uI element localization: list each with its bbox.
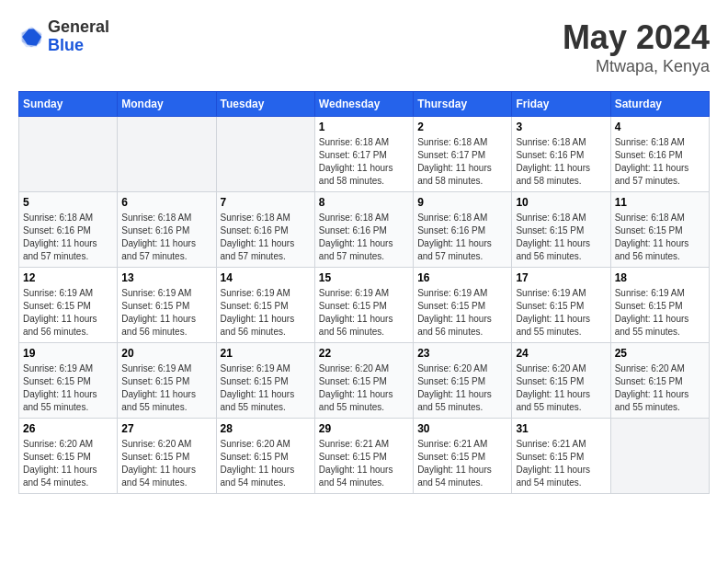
- day-number: 3: [516, 121, 606, 133]
- calendar-week-row: 1Sunrise: 6:18 AMSunset: 6:17 PMDaylight…: [19, 117, 710, 192]
- day-number: 2: [417, 121, 507, 133]
- logo-text: General Blue: [48, 18, 109, 55]
- calendar-cell: 30Sunrise: 6:21 AMSunset: 6:15 PMDayligh…: [414, 419, 512, 494]
- calendar-cell: [216, 117, 314, 192]
- day-info: Sunrise: 6:18 AMSunset: 6:15 PMDaylight:…: [615, 212, 705, 263]
- day-info: Sunrise: 6:21 AMSunset: 6:15 PMDaylight:…: [516, 438, 606, 489]
- calendar-week-row: 12Sunrise: 6:19 AMSunset: 6:15 PMDayligh…: [19, 268, 710, 343]
- day-number: 15: [319, 271, 409, 284]
- weekday-header: Thursday: [414, 92, 512, 117]
- logo-general: General: [48, 18, 109, 37]
- day-number: 13: [121, 271, 211, 284]
- day-info: Sunrise: 6:20 AMSunset: 6:15 PMDaylight:…: [23, 438, 113, 489]
- calendar-cell: 2Sunrise: 6:18 AMSunset: 6:17 PMDaylight…: [414, 117, 512, 192]
- day-info: Sunrise: 6:20 AMSunset: 6:15 PMDaylight:…: [221, 438, 311, 489]
- calendar-cell: 23Sunrise: 6:20 AMSunset: 6:15 PMDayligh…: [414, 343, 512, 419]
- day-number: 31: [516, 422, 606, 435]
- day-info: Sunrise: 6:20 AMSunset: 6:15 PMDaylight:…: [516, 362, 606, 414]
- weekday-header: Friday: [512, 92, 610, 117]
- calendar-table: SundayMondayTuesdayWednesdayThursdayFrid…: [18, 91, 710, 494]
- day-number: 28: [221, 422, 311, 435]
- day-info: Sunrise: 6:20 AMSunset: 6:15 PMDaylight:…: [615, 362, 705, 414]
- day-number: 1: [319, 121, 409, 133]
- calendar-cell: 26Sunrise: 6:20 AMSunset: 6:15 PMDayligh…: [19, 419, 118, 494]
- calendar-cell: 6Sunrise: 6:18 AMSunset: 6:16 PMDaylight…: [118, 192, 216, 268]
- calendar-title: May 2024: [563, 18, 710, 57]
- day-number: 11: [615, 196, 705, 209]
- day-info: Sunrise: 6:18 AMSunset: 6:16 PMDaylight:…: [615, 136, 705, 188]
- day-info: Sunrise: 6:19 AMSunset: 6:15 PMDaylight:…: [319, 287, 409, 339]
- day-number: 7: [221, 196, 311, 209]
- day-number: 24: [516, 347, 606, 360]
- day-number: 21: [221, 347, 311, 360]
- calendar-cell: 18Sunrise: 6:19 AMSunset: 6:15 PMDayligh…: [610, 268, 709, 343]
- calendar-cell: 7Sunrise: 6:18 AMSunset: 6:16 PMDaylight…: [216, 192, 314, 268]
- day-info: Sunrise: 6:19 AMSunset: 6:15 PMDaylight:…: [516, 287, 606, 339]
- day-number: 5: [23, 196, 113, 209]
- calendar-location: Mtwapa, Kenya: [563, 57, 710, 76]
- calendar-cell: 14Sunrise: 6:19 AMSunset: 6:15 PMDayligh…: [216, 268, 314, 343]
- calendar-cell: 3Sunrise: 6:18 AMSunset: 6:16 PMDaylight…: [512, 117, 610, 192]
- day-number: 6: [121, 196, 211, 209]
- day-info: Sunrise: 6:18 AMSunset: 6:16 PMDaylight:…: [121, 212, 211, 263]
- calendar-cell: 5Sunrise: 6:18 AMSunset: 6:16 PMDaylight…: [19, 192, 118, 268]
- calendar-cell: 4Sunrise: 6:18 AMSunset: 6:16 PMDaylight…: [610, 117, 709, 192]
- calendar-cell: 25Sunrise: 6:20 AMSunset: 6:15 PMDayligh…: [610, 343, 709, 419]
- calendar-cell: 10Sunrise: 6:18 AMSunset: 6:15 PMDayligh…: [512, 192, 610, 268]
- calendar-cell: 22Sunrise: 6:20 AMSunset: 6:15 PMDayligh…: [314, 343, 413, 419]
- day-number: 20: [121, 347, 211, 360]
- calendar-cell: 20Sunrise: 6:19 AMSunset: 6:15 PMDayligh…: [118, 343, 216, 419]
- calendar-week-row: 5Sunrise: 6:18 AMSunset: 6:16 PMDaylight…: [19, 192, 710, 268]
- day-info: Sunrise: 6:18 AMSunset: 6:16 PMDaylight:…: [319, 212, 409, 263]
- weekday-header: Monday: [118, 92, 216, 117]
- day-info: Sunrise: 6:18 AMSunset: 6:16 PMDaylight:…: [23, 212, 113, 263]
- day-info: Sunrise: 6:19 AMSunset: 6:15 PMDaylight:…: [615, 287, 705, 339]
- calendar-week-row: 19Sunrise: 6:19 AMSunset: 6:15 PMDayligh…: [19, 343, 710, 419]
- day-number: 26: [23, 422, 113, 435]
- day-info: Sunrise: 6:19 AMSunset: 6:15 PMDaylight:…: [121, 362, 211, 414]
- calendar-cell: 29Sunrise: 6:21 AMSunset: 6:15 PMDayligh…: [314, 419, 413, 494]
- day-info: Sunrise: 6:18 AMSunset: 6:17 PMDaylight:…: [319, 136, 409, 188]
- calendar-cell: 8Sunrise: 6:18 AMSunset: 6:16 PMDaylight…: [314, 192, 413, 268]
- calendar-cell: [118, 117, 216, 192]
- day-info: Sunrise: 6:19 AMSunset: 6:15 PMDaylight:…: [121, 287, 211, 339]
- calendar-week-row: 26Sunrise: 6:20 AMSunset: 6:15 PMDayligh…: [19, 419, 710, 494]
- weekday-header: Tuesday: [216, 92, 314, 117]
- day-number: 17: [516, 271, 606, 284]
- logo: General Blue: [18, 18, 109, 55]
- day-info: Sunrise: 6:19 AMSunset: 6:15 PMDaylight:…: [23, 287, 113, 339]
- day-info: Sunrise: 6:18 AMSunset: 6:16 PMDaylight:…: [516, 136, 606, 188]
- day-number: 16: [417, 271, 507, 284]
- day-number: 18: [615, 271, 705, 284]
- day-info: Sunrise: 6:18 AMSunset: 6:15 PMDaylight:…: [516, 212, 606, 263]
- weekday-header: Sunday: [19, 92, 118, 117]
- day-number: 23: [417, 347, 507, 360]
- title-block: May 2024 Mtwapa, Kenya: [563, 18, 710, 76]
- calendar-header-row: SundayMondayTuesdayWednesdayThursdayFrid…: [19, 92, 710, 117]
- calendar-cell: [610, 419, 709, 494]
- day-info: Sunrise: 6:18 AMSunset: 6:17 PMDaylight:…: [417, 136, 507, 188]
- weekday-header: Saturday: [610, 92, 709, 117]
- day-info: Sunrise: 6:18 AMSunset: 6:16 PMDaylight:…: [221, 212, 311, 263]
- day-number: 29: [319, 422, 409, 435]
- calendar-cell: 9Sunrise: 6:18 AMSunset: 6:16 PMDaylight…: [414, 192, 512, 268]
- day-number: 30: [417, 422, 507, 435]
- day-number: 8: [319, 196, 409, 209]
- page-header: General Blue May 2024 Mtwapa, Kenya: [18, 18, 710, 76]
- day-number: 22: [319, 347, 409, 360]
- calendar-cell: [19, 117, 118, 192]
- calendar-cell: 21Sunrise: 6:19 AMSunset: 6:15 PMDayligh…: [216, 343, 314, 419]
- day-number: 10: [516, 196, 606, 209]
- calendar-cell: 12Sunrise: 6:19 AMSunset: 6:15 PMDayligh…: [19, 268, 118, 343]
- calendar-cell: 24Sunrise: 6:20 AMSunset: 6:15 PMDayligh…: [512, 343, 610, 419]
- day-number: 27: [121, 422, 211, 435]
- day-number: 12: [23, 271, 113, 284]
- day-number: 19: [23, 347, 113, 360]
- calendar-cell: 28Sunrise: 6:20 AMSunset: 6:15 PMDayligh…: [216, 419, 314, 494]
- calendar-cell: 27Sunrise: 6:20 AMSunset: 6:15 PMDayligh…: [118, 419, 216, 494]
- day-info: Sunrise: 6:20 AMSunset: 6:15 PMDaylight:…: [319, 362, 409, 414]
- calendar-cell: 15Sunrise: 6:19 AMSunset: 6:15 PMDayligh…: [314, 268, 413, 343]
- logo-icon: [18, 24, 44, 50]
- calendar-cell: 16Sunrise: 6:19 AMSunset: 6:15 PMDayligh…: [414, 268, 512, 343]
- day-number: 25: [615, 347, 705, 360]
